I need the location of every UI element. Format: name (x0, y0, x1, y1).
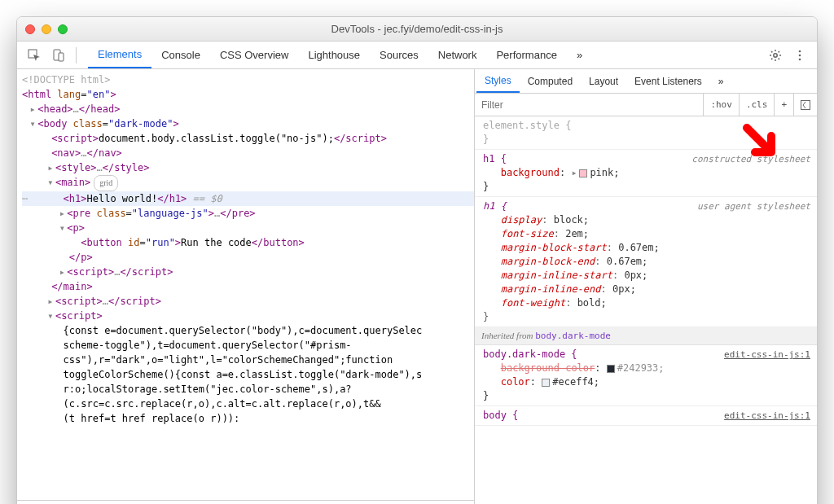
content-area: <!DOCTYPE html> <html lang="en"> ▸<head>… (17, 69, 817, 504)
tab-console[interactable]: Console (151, 42, 210, 68)
dom-tree[interactable]: <!DOCTYPE html> <html lang="en"> ▸<head>… (17, 69, 474, 500)
tab-event-listeners[interactable]: Event Listeners (626, 69, 710, 93)
breadcrumb[interactable]: html body.dark-mode main h1 (17, 500, 474, 504)
cls-toggle[interactable]: .cls (739, 94, 775, 116)
tab-more[interactable]: » (567, 42, 592, 68)
inherited-from-label: Inherited from body.dark-mode (475, 327, 817, 345)
color-swatch-pink[interactable] (579, 169, 587, 177)
dom-panel: <!DOCTYPE html> <html lang="en"> ▸<head>… (17, 69, 475, 504)
tab-layout[interactable]: Layout (581, 69, 626, 93)
svg-point-5 (799, 54, 801, 56)
tab-network[interactable]: Network (428, 42, 487, 68)
svg-rect-2 (59, 53, 64, 61)
styles-tabbar: Styles Computed Layout Event Listeners » (475, 69, 817, 94)
window-titlebar: DevTools - jec.fyi/demo/edit-css-in-js (17, 17, 817, 42)
main-tabs: Elements Console CSS Overview Lighthouse… (88, 42, 592, 68)
tab-performance[interactable]: Performance (486, 42, 566, 68)
new-rule-button[interactable]: + (774, 94, 793, 116)
filter-input[interactable] (475, 99, 703, 111)
tab-sources[interactable]: Sources (370, 42, 428, 68)
selected-node[interactable]: ⋯ <h1>Hello world!</h1> == $0 (22, 191, 474, 206)
doctype: <!DOCTYPE html> (22, 74, 110, 85)
tab-lighthouse[interactable]: Lighthouse (298, 42, 370, 68)
main-tabbar: Elements Console CSS Overview Lighthouse… (17, 42, 817, 69)
svg-point-4 (799, 50, 801, 52)
tab-styles[interactable]: Styles (476, 69, 520, 93)
grid-badge[interactable]: grid (94, 175, 118, 191)
inspect-icon[interactable] (24, 45, 45, 66)
tab-computed[interactable]: Computed (520, 69, 581, 93)
tab-elements[interactable]: Elements (88, 42, 151, 68)
source-ua: user agent stylesheet (697, 199, 810, 213)
panel-toggle-icon[interactable] (793, 94, 817, 116)
styles-list[interactable]: element.style { } constructed stylesheet… (475, 116, 817, 504)
device-icon[interactable] (48, 45, 69, 66)
hov-toggle[interactable]: :hov (703, 94, 739, 116)
h1-ua-rule: user agent stylesheet h1 { display: bloc… (475, 197, 817, 327)
kebab-icon[interactable] (789, 45, 810, 66)
filter-row: :hov .cls + (475, 94, 817, 116)
red-arrow-annotation (742, 123, 779, 163)
gear-icon[interactable] (765, 45, 786, 66)
devtools-window: DevTools - jec.fyi/demo/edit-css-in-js E… (16, 16, 818, 504)
script-nojs: document.body.classList.toggle("no-js"); (99, 133, 334, 144)
body-rule[interactable]: edit-css-in-js:1 body { (475, 406, 817, 426)
body-dark-rule[interactable]: edit-css-in-js:1 body.dark-mode { backgr… (475, 345, 817, 406)
source-link[interactable]: edit-css-in-js:1 (724, 348, 810, 362)
tab-more-right[interactable]: » (710, 69, 732, 93)
tab-css-overview[interactable]: CSS Overview (210, 42, 299, 68)
divider (76, 47, 77, 64)
svg-point-3 (774, 53, 777, 56)
svg-point-6 (799, 58, 801, 60)
window-title: DevTools - jec.fyi/demo/edit-css-in-js (17, 23, 817, 35)
source-link2[interactable]: edit-css-in-js:1 (724, 409, 810, 423)
